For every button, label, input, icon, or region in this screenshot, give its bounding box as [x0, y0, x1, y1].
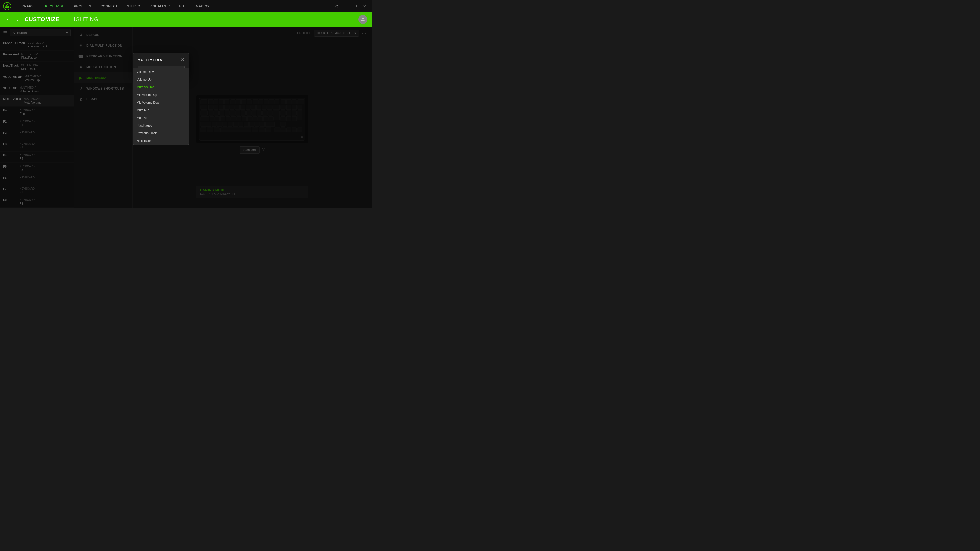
titlebar: SYNAPSE KEYBOARD PROFILES CONNECT STUDIO… [0, 0, 372, 12]
nav-synapse[interactable]: SYNAPSE [15, 0, 41, 12]
nav-hue[interactable]: HUE [175, 0, 191, 12]
minimize-button[interactable]: ─ [342, 2, 350, 10]
dropdown-item-mute-all[interactable]: Mute All [134, 114, 189, 122]
nav-visualizer[interactable]: VISUALIZER [145, 0, 175, 12]
toolbar: ‹ › CUSTOMIZE LIGHTING [0, 12, 372, 27]
multimedia-panel-title: MULTIMEDIA ✕ [138, 57, 185, 62]
avatar[interactable] [358, 15, 368, 24]
dropdown-item-play-pause[interactable]: Play/Pause [134, 122, 189, 129]
svg-point-1 [362, 17, 364, 19]
nav-connect[interactable]: CONNECT [96, 0, 122, 12]
page-title: CUSTOMIZE [24, 16, 60, 23]
nav-keyboard[interactable]: KEYBOARD [41, 0, 69, 12]
settings-button[interactable]: ⚙ [333, 2, 341, 10]
toolbar-separator [65, 16, 65, 23]
dropdown-item-next-track[interactable]: Next Track [134, 137, 189, 144]
dropdown-item-mute-volume[interactable]: Mute Volume [134, 83, 189, 91]
titlebar-nav: SYNAPSE KEYBOARD PROFILES CONNECT STUDIO… [15, 0, 331, 12]
app-logo [3, 2, 11, 10]
dropdown-item-previous-track[interactable]: Previous Track [134, 129, 189, 137]
dropdown-item-mic-volume-up[interactable]: Mic Volume Up [134, 91, 189, 99]
nav-macro[interactable]: MACRO [191, 0, 213, 12]
dropdown-item-volume-down[interactable]: Volume Down [134, 68, 189, 76]
dropdown-item-mic-volume-down[interactable]: Mic Volume Down [134, 99, 189, 106]
nav-profiles[interactable]: PROFILES [69, 0, 96, 12]
multimedia-close-button[interactable]: ✕ [181, 57, 185, 62]
close-button[interactable]: ✕ [360, 2, 369, 10]
dropdown-item-volume-up[interactable]: Volume Up [134, 76, 189, 83]
maximize-button[interactable]: □ [351, 2, 360, 10]
dropdown-item-mute-mic[interactable]: Mute Mic [134, 106, 189, 114]
forward-button[interactable]: › [14, 16, 21, 23]
main-layout: ☰ All Buttons ▾ Previous Track MULTIMEDI… [0, 27, 372, 208]
svg-point-0 [3, 2, 11, 10]
nav-studio[interactable]: STUDIO [122, 0, 145, 12]
back-button[interactable]: ‹ [4, 16, 11, 23]
toolbar-subtitle: LIGHTING [70, 16, 99, 23]
multimedia-dropdown-list: Volume DownVolume UpMute VolumeMic Volum… [133, 68, 189, 145]
multimedia-title-text: MULTIMEDIA [138, 58, 162, 62]
titlebar-controls: ⚙ ─ □ ✕ [333, 2, 369, 10]
